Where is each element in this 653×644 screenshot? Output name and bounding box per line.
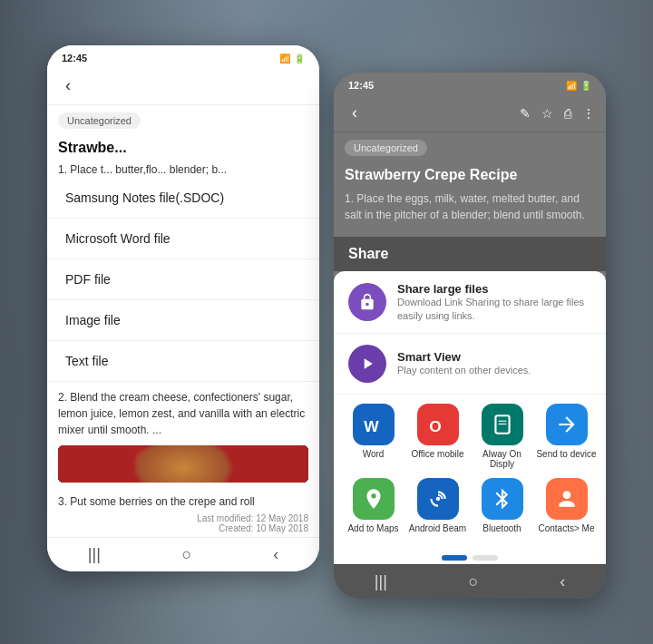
left-status-icons: 📶 🔋 — [279, 54, 305, 63]
right-status-bar: 12:45 📶 🔋 — [334, 73, 606, 94]
share-option-large-files[interactable]: Share large files Download Link Sharing … — [334, 271, 606, 334]
left-modified: Last modified: 12 May 2018 — [58, 513, 308, 523]
more-apps-row — [334, 551, 606, 564]
app-item-contacts[interactable]: Contacts> Me — [534, 478, 599, 533]
app-item-bluetooth[interactable]: Bluetooth — [470, 478, 534, 533]
save-menu-item-2[interactable]: Microsoft Word file — [47, 219, 319, 259]
maps-label: Add to Maps — [347, 523, 398, 533]
phone-left-inner: 12:45 📶 🔋 ‹ Uncategorized Strawbe... 1. … — [47, 45, 319, 571]
left-note-title: Strawbe... — [47, 136, 319, 161]
contacts-icon — [546, 478, 588, 520]
svg-text:O: O — [429, 417, 441, 435]
svg-rect-4 — [498, 424, 506, 424]
right-note-title: Strawberry Crepe Recipe — [334, 163, 606, 190]
word-icon: W — [353, 404, 395, 445]
send-icon — [546, 404, 588, 445]
share-large-files-desc: Download Link Sharing to share large fil… — [397, 296, 591, 322]
right-nav-bar: ‹ ✎ ☆ ⎙ ⋮ — [334, 94, 606, 132]
save-menu-item-4[interactable]: Image file — [47, 300, 319, 341]
left-nav-home[interactable]: ○ — [182, 545, 192, 564]
save-menu-item-1[interactable]: Samsung Notes file(.SDOC) — [47, 178, 319, 219]
left-tag-area: Uncategorized — [47, 105, 319, 136]
right-time: 12:45 — [348, 80, 374, 91]
left-bottom-nav: ||| ○ ‹ — [47, 537, 319, 571]
office-icon: O — [417, 404, 459, 445]
left-time: 12:45 — [62, 53, 87, 63]
right-status-icons: 📶 🔋 — [566, 81, 591, 91]
right-tag-chip: Uncategorized — [345, 140, 427, 156]
left-back-button[interactable]: ‹ — [58, 73, 78, 99]
left-nav-recent[interactable]: ||| — [88, 545, 101, 564]
maps-icon — [353, 478, 395, 520]
right-more-icon[interactable]: ⋮ — [582, 106, 595, 121]
share-smart-view-text: Smart View Play content on other devices… — [397, 350, 531, 376]
right-edit-icon[interactable]: ✎ — [520, 106, 531, 121]
left-nav-bar: ‹ — [47, 67, 319, 105]
svg-point-5 — [435, 497, 439, 501]
share-large-files-icon — [348, 283, 386, 321]
right-share-icon[interactable]: ⎙ — [564, 106, 571, 121]
always-on-icon — [482, 404, 523, 445]
svg-text:W: W — [364, 417, 379, 435]
share-option-smart-view[interactable]: Smart View Play content on other devices… — [334, 334, 606, 395]
word-label: Word — [363, 449, 385, 459]
share-smart-view-desc: Play content on other devices. — [397, 364, 531, 376]
save-menu-item-5[interactable]: Text file — [47, 341, 319, 382]
more-dot-2 — [473, 555, 498, 561]
right-spacer — [334, 230, 606, 237]
contacts-label: Contacts> Me — [539, 523, 595, 533]
app-item-word[interactable]: W Word — [341, 404, 405, 469]
bluetooth-label: Bluetooth — [482, 523, 521, 533]
left-nav-back[interactable]: ‹ — [273, 545, 278, 564]
more-dot-1 — [442, 555, 467, 561]
right-bottom-nav: ||| ○ ‹ — [334, 564, 606, 599]
left-note-body2: 2. Blend the cream cheese, confectioners… — [47, 382, 319, 438]
office-label: Office mobile — [411, 449, 463, 459]
pancake-image — [58, 445, 308, 483]
right-tag-area: Uncategorized — [334, 132, 606, 163]
svg-rect-3 — [498, 421, 506, 422]
phone-right: 12:45 📶 🔋 ‹ ✎ ☆ ⎙ ⋮ Uncategorized — [334, 73, 606, 599]
share-title: Share — [348, 246, 388, 261]
beam-label: Android Beam — [409, 523, 466, 533]
bluetooth-icon — [482, 478, 523, 520]
app-item-beam[interactable]: Android Beam — [405, 478, 470, 533]
save-menu: Samsung Notes file(.SDOC) Microsoft Word… — [47, 178, 319, 382]
app-grid: W Word O Office mobile — [334, 395, 606, 551]
left-status-bar: 12:45 📶 🔋 — [47, 45, 319, 67]
right-nav-recent[interactable]: ||| — [375, 572, 387, 591]
share-large-files-title: Share large files — [397, 282, 591, 296]
right-note-body: 1. Place the eggs, milk, water, melted b… — [334, 190, 606, 230]
share-smart-view-icon — [348, 345, 386, 383]
right-star-icon[interactable]: ☆ — [541, 106, 553, 121]
app-item-always-on[interactable]: Alway On Disply — [470, 404, 534, 469]
share-smart-view-title: Smart View — [397, 350, 531, 364]
phones-container: 12:45 📶 🔋 ‹ Uncategorized Strawbe... 1. … — [0, 0, 653, 644]
right-nav-actions: ✎ ☆ ⎙ ⋮ — [520, 106, 595, 121]
app-item-maps[interactable]: Add to Maps — [341, 478, 405, 533]
right-nav-back[interactable]: ‹ — [560, 572, 565, 591]
left-note-footer: Last modified: 12 May 2018 Created: 10 M… — [47, 510, 319, 537]
phone-left: 12:45 📶 🔋 ‹ Uncategorized Strawbe... 1. … — [47, 45, 319, 571]
app-item-send[interactable]: Send to device — [534, 404, 599, 469]
share-title-bar: Share — [334, 237, 606, 271]
always-on-label: Alway On Disply — [470, 449, 534, 469]
phone-right-inner: 12:45 📶 🔋 ‹ ✎ ☆ ⎙ ⋮ Uncategorized — [334, 73, 606, 599]
left-created: Created: 10 May 2018 — [58, 523, 308, 533]
left-note-body1: 1. Place t... butter,flo... blender; b..… — [47, 161, 319, 178]
send-label: Send to device — [536, 449, 596, 459]
share-overlay: Share Share large files D — [334, 237, 606, 564]
app-item-office[interactable]: O Office mobile — [405, 404, 470, 469]
left-tag-chip: Uncategorized — [58, 112, 141, 129]
save-menu-item-3[interactable]: PDF file — [47, 259, 319, 300]
beam-icon — [417, 478, 459, 520]
left-note-body3: 3. Put some berries on the crepe and rol… — [47, 490, 319, 510]
right-nav-home[interactable]: ○ — [469, 572, 479, 591]
share-large-files-text: Share large files Download Link Sharing … — [397, 282, 591, 322]
share-panel: Share large files Download Link Sharing … — [334, 271, 606, 564]
left-note-image — [58, 445, 308, 483]
right-back-button[interactable]: ‹ — [345, 100, 365, 126]
